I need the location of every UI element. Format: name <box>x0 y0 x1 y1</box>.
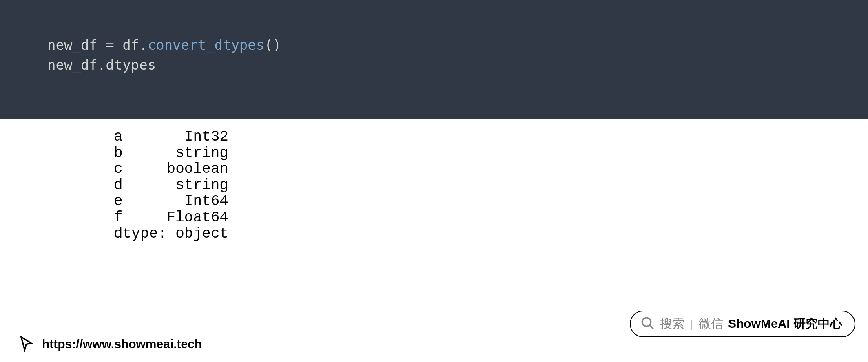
output-row: e Int64 <box>114 193 868 210</box>
search-icon <box>640 316 655 332</box>
code-token: = <box>106 37 114 53</box>
search-brand: ShowMeAI 研究中心 <box>728 316 842 332</box>
output-row: f Float64 <box>114 210 868 226</box>
code-block: new_df = df.convert_dtypes() new_df.dtyp… <box>0 0 868 119</box>
output-row: b string <box>114 145 868 161</box>
code-token: () <box>264 37 281 53</box>
svg-point-0 <box>642 318 651 326</box>
code-token: dtypes <box>106 57 156 73</box>
code-line-2: new_df.dtypes <box>47 55 821 75</box>
output-block: a Int32b stringc booleand stringe Int64f… <box>0 119 868 242</box>
output-row: c boolean <box>114 161 868 177</box>
search-divider: | <box>690 318 693 331</box>
footer: https://www.showmeai.tech <box>18 335 202 353</box>
code-token: new_df <box>47 57 97 73</box>
search-platform: 微信 <box>699 316 723 332</box>
code-line-1: new_df = df.convert_dtypes() <box>47 35 821 55</box>
code-token: . <box>97 57 106 73</box>
svg-line-1 <box>649 325 653 329</box>
code-token: . <box>139 37 147 53</box>
code-token: df <box>114 37 139 53</box>
search-label: 搜索 <box>660 316 684 332</box>
cursor-icon <box>18 335 35 353</box>
output-footer: dtype: object <box>114 226 868 242</box>
footer-url: https://www.showmeai.tech <box>42 337 202 351</box>
output-row: d string <box>114 177 868 194</box>
code-token: new_df <box>47 37 106 53</box>
code-token: convert_dtypes <box>148 37 265 53</box>
search-pill: 搜索 | 微信 ShowMeAI 研究中心 <box>630 311 855 337</box>
output-row: a Int32 <box>114 129 868 145</box>
